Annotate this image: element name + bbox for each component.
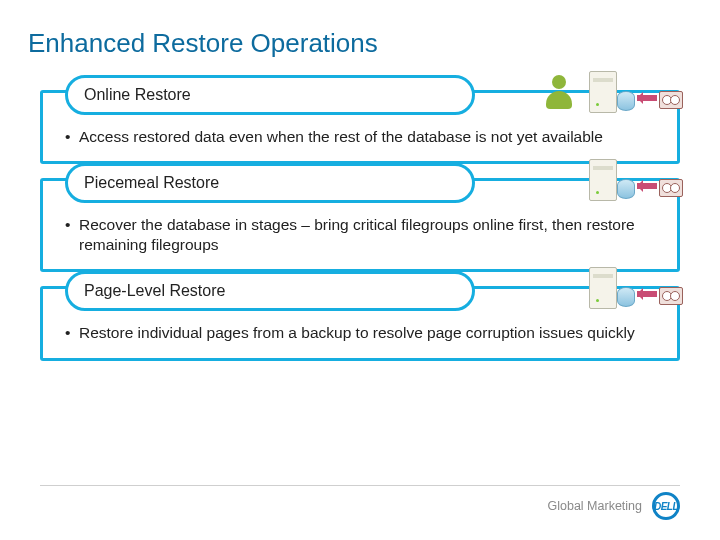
- art-piecemeal-restore: [545, 157, 685, 203]
- art-online-restore: [545, 69, 685, 115]
- card-title: Page-Level Restore: [65, 271, 475, 311]
- card-page-level-restore: Page-Level Restore Restore individual pa…: [40, 286, 680, 360]
- content-blocks: Online Restore Access restored data even…: [40, 90, 680, 375]
- tape-icon: [659, 179, 683, 197]
- page-title: Enhanced Restore Operations: [28, 28, 378, 59]
- card-bullet: Restore individual pages from a backup t…: [65, 323, 655, 343]
- server-icon: [589, 159, 617, 201]
- tape-icon: [659, 91, 683, 109]
- card-online-restore: Online Restore Access restored data even…: [40, 90, 680, 164]
- card-piecemeal-restore: Piecemeal Restore Recover the database i…: [40, 178, 680, 272]
- user-icon: [545, 75, 573, 109]
- dell-logo-icon: DELL: [652, 492, 680, 520]
- divider: [40, 485, 680, 486]
- server-icon: [589, 267, 617, 309]
- arrow-icon: [637, 183, 657, 189]
- arrow-icon: [637, 95, 657, 101]
- dell-logo-text: DELL: [654, 501, 678, 512]
- card-bullet: Access restored data even when the rest …: [65, 127, 655, 147]
- card-title: Online Restore: [65, 75, 475, 115]
- server-icon: [589, 71, 617, 113]
- footer-label: Global Marketing: [548, 499, 643, 513]
- footer: Global Marketing DELL: [548, 492, 681, 520]
- art-page-level-restore: [545, 265, 685, 311]
- slide: Enhanced Restore Operations Online Resto…: [0, 0, 720, 540]
- arrow-icon: [637, 291, 657, 297]
- card-bullet: Recover the database in stages – bring c…: [65, 215, 655, 255]
- tape-icon: [659, 287, 683, 305]
- card-title: Piecemeal Restore: [65, 163, 475, 203]
